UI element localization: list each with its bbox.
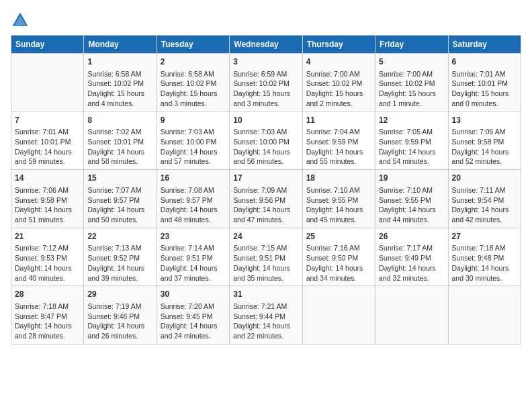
- weekday-header: Saturday: [448, 36, 521, 54]
- day-number: 2: [161, 56, 226, 68]
- calendar-cell: 15Sunrise: 7:07 AMSunset: 9:57 PMDayligh…: [84, 170, 157, 228]
- day-number: 9: [161, 115, 226, 126]
- day-number: 11: [306, 115, 371, 126]
- calendar-cell: 11Sunrise: 7:04 AMSunset: 9:59 PMDayligh…: [302, 111, 375, 170]
- day-info: Sunrise: 7:11 AMSunset: 9:54 PMDaylight:…: [452, 185, 517, 225]
- day-number: 31: [233, 289, 298, 300]
- day-info: Sunrise: 7:01 AMSunset: 10:01 PMDaylight…: [452, 69, 517, 109]
- day-info: Sunrise: 7:06 AMSunset: 9:58 PMDaylight:…: [452, 127, 517, 167]
- calendar-cell: 13Sunrise: 7:06 AMSunset: 9:58 PMDayligh…: [448, 111, 521, 170]
- day-info: Sunrise: 7:16 AMSunset: 9:50 PMDaylight:…: [306, 243, 371, 283]
- day-info: Sunrise: 7:02 AMSunset: 10:01 PMDaylight…: [87, 127, 152, 167]
- calendar-cell: 6Sunrise: 7:01 AMSunset: 10:01 PMDayligh…: [448, 54, 521, 112]
- day-info: Sunrise: 7:13 AMSunset: 9:52 PMDaylight:…: [87, 243, 152, 283]
- day-number: 22: [87, 231, 152, 242]
- day-number: 20: [452, 173, 517, 184]
- day-info: Sunrise: 7:19 AMSunset: 9:46 PMDaylight:…: [87, 302, 152, 341]
- calendar-cell: 12Sunrise: 7:05 AMSunset: 9:59 PMDayligh…: [375, 111, 448, 170]
- calendar-cell: 10Sunrise: 7:03 AMSunset: 10:00 PMDaylig…: [230, 111, 302, 170]
- day-number: 15: [87, 173, 152, 184]
- weekday-header-row: SundayMondayTuesdayWednesdayThursdayFrid…: [11, 36, 521, 54]
- page-header: [11, 11, 521, 30]
- day-info: Sunrise: 7:08 AMSunset: 9:57 PMDaylight:…: [161, 185, 226, 225]
- calendar-cell: 7Sunrise: 7:01 AMSunset: 10:01 PMDayligh…: [11, 111, 84, 170]
- day-info: Sunrise: 6:58 AMSunset: 10:02 PMDaylight…: [87, 69, 152, 109]
- calendar-cell: 26Sunrise: 7:17 AMSunset: 9:49 PMDayligh…: [375, 228, 448, 286]
- weekday-header: Sunday: [11, 36, 84, 54]
- day-number: 3: [233, 56, 298, 68]
- logo-icon: [11, 11, 30, 30]
- day-number: 4: [306, 56, 371, 68]
- day-number: 29: [87, 289, 152, 300]
- day-number: 18: [306, 173, 371, 184]
- calendar-cell: 23Sunrise: 7:14 AMSunset: 9:51 PMDayligh…: [157, 228, 229, 286]
- day-number: 24: [233, 231, 298, 242]
- day-info: Sunrise: 7:03 AMSunset: 10:00 PMDaylight…: [161, 127, 226, 167]
- calendar-cell: [375, 286, 448, 345]
- calendar-cell: 3Sunrise: 6:59 AMSunset: 10:02 PMDayligh…: [230, 54, 302, 112]
- day-number: 17: [233, 173, 298, 184]
- calendar-cell: 27Sunrise: 7:18 AMSunset: 9:48 PMDayligh…: [448, 228, 521, 286]
- day-info: Sunrise: 7:03 AMSunset: 10:00 PMDaylight…: [233, 127, 298, 167]
- calendar-cell: [11, 54, 84, 112]
- day-number: 13: [452, 115, 517, 126]
- day-number: 19: [379, 173, 444, 184]
- calendar-cell: 16Sunrise: 7:08 AMSunset: 9:57 PMDayligh…: [157, 170, 229, 228]
- weekday-header: Tuesday: [157, 36, 229, 54]
- calendar-cell: [302, 286, 375, 345]
- calendar-cell: 18Sunrise: 7:10 AMSunset: 9:55 PMDayligh…: [302, 170, 375, 228]
- day-info: Sunrise: 7:06 AMSunset: 9:58 PMDaylight:…: [15, 185, 80, 225]
- logo: [11, 11, 32, 30]
- day-info: Sunrise: 7:17 AMSunset: 9:49 PMDaylight:…: [379, 243, 444, 283]
- calendar-cell: 14Sunrise: 7:06 AMSunset: 9:58 PMDayligh…: [11, 170, 84, 228]
- day-number: 16: [161, 173, 226, 184]
- day-info: Sunrise: 6:58 AMSunset: 10:02 PMDaylight…: [161, 69, 226, 109]
- day-info: Sunrise: 7:15 AMSunset: 9:51 PMDaylight:…: [233, 243, 298, 283]
- day-info: Sunrise: 7:05 AMSunset: 9:59 PMDaylight:…: [379, 127, 444, 167]
- calendar-cell: [448, 286, 521, 345]
- day-info: Sunrise: 7:00 AMSunset: 10:02 PMDaylight…: [306, 69, 371, 109]
- day-info: Sunrise: 7:18 AMSunset: 9:47 PMDaylight:…: [15, 302, 80, 341]
- calendar-week-row: 28Sunrise: 7:18 AMSunset: 9:47 PMDayligh…: [11, 286, 521, 345]
- calendar-week-row: 21Sunrise: 7:12 AMSunset: 9:53 PMDayligh…: [11, 228, 521, 286]
- day-info: Sunrise: 7:01 AMSunset: 10:01 PMDaylight…: [15, 127, 80, 167]
- day-number: 25: [306, 231, 371, 242]
- day-number: 14: [15, 173, 80, 184]
- day-number: 6: [452, 56, 517, 68]
- weekday-header: Wednesday: [230, 36, 302, 54]
- calendar-cell: 19Sunrise: 7:10 AMSunset: 9:55 PMDayligh…: [375, 170, 448, 228]
- calendar-week-row: 1Sunrise: 6:58 AMSunset: 10:02 PMDayligh…: [11, 54, 521, 112]
- calendar-cell: 29Sunrise: 7:19 AMSunset: 9:46 PMDayligh…: [84, 286, 157, 345]
- calendar-cell: 5Sunrise: 7:00 AMSunset: 10:02 PMDayligh…: [375, 54, 448, 112]
- day-number: 10: [233, 115, 298, 126]
- weekday-header: Thursday: [302, 36, 375, 54]
- day-number: 28: [15, 289, 80, 300]
- day-number: 23: [161, 231, 226, 242]
- weekday-header: Monday: [84, 36, 157, 54]
- calendar-table: SundayMondayTuesdayWednesdayThursdayFrid…: [11, 35, 521, 345]
- calendar-cell: 22Sunrise: 7:13 AMSunset: 9:52 PMDayligh…: [84, 228, 157, 286]
- day-info: Sunrise: 7:10 AMSunset: 9:55 PMDaylight:…: [306, 185, 371, 225]
- day-info: Sunrise: 7:18 AMSunset: 9:48 PMDaylight:…: [452, 243, 517, 283]
- calendar-cell: 31Sunrise: 7:21 AMSunset: 9:44 PMDayligh…: [230, 286, 302, 345]
- calendar-cell: 25Sunrise: 7:16 AMSunset: 9:50 PMDayligh…: [302, 228, 375, 286]
- calendar-cell: 4Sunrise: 7:00 AMSunset: 10:02 PMDayligh…: [302, 54, 375, 112]
- day-number: 26: [379, 231, 444, 242]
- calendar-cell: 24Sunrise: 7:15 AMSunset: 9:51 PMDayligh…: [230, 228, 302, 286]
- day-info: Sunrise: 7:07 AMSunset: 9:57 PMDaylight:…: [87, 185, 152, 225]
- calendar-cell: 30Sunrise: 7:20 AMSunset: 9:45 PMDayligh…: [157, 286, 229, 345]
- calendar-cell: 17Sunrise: 7:09 AMSunset: 9:56 PMDayligh…: [230, 170, 302, 228]
- day-info: Sunrise: 7:00 AMSunset: 10:02 PMDaylight…: [379, 69, 444, 109]
- day-info: Sunrise: 7:10 AMSunset: 9:55 PMDaylight:…: [379, 185, 444, 225]
- calendar-cell: 1Sunrise: 6:58 AMSunset: 10:02 PMDayligh…: [84, 54, 157, 112]
- day-info: Sunrise: 7:14 AMSunset: 9:51 PMDaylight:…: [161, 243, 226, 283]
- calendar-cell: 2Sunrise: 6:58 AMSunset: 10:02 PMDayligh…: [157, 54, 229, 112]
- calendar-cell: 20Sunrise: 7:11 AMSunset: 9:54 PMDayligh…: [448, 170, 521, 228]
- day-number: 1: [87, 56, 152, 68]
- day-info: Sunrise: 7:20 AMSunset: 9:45 PMDaylight:…: [161, 302, 226, 341]
- calendar-cell: 28Sunrise: 7:18 AMSunset: 9:47 PMDayligh…: [11, 286, 84, 345]
- day-number: 12: [379, 115, 444, 126]
- calendar-cell: 8Sunrise: 7:02 AMSunset: 10:01 PMDayligh…: [84, 111, 157, 170]
- day-info: Sunrise: 7:04 AMSunset: 9:59 PMDaylight:…: [306, 127, 371, 167]
- day-info: Sunrise: 7:09 AMSunset: 9:56 PMDaylight:…: [233, 185, 298, 225]
